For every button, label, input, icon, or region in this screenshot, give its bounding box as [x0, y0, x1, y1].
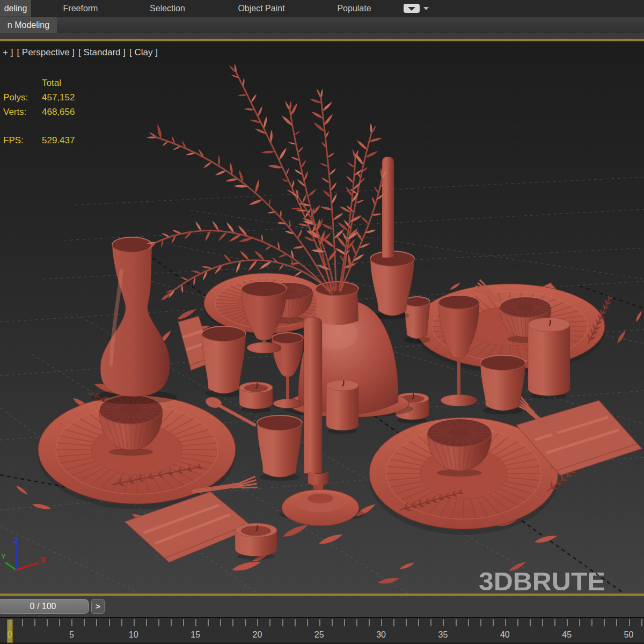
votive-cup[interactable] [370, 251, 414, 319]
fluted-bowl[interactable] [500, 297, 551, 343]
ruler-tick [381, 619, 382, 626]
fluted-bowl[interactable] [265, 282, 313, 324]
tab-selection[interactable]: Selection [141, 0, 194, 17]
ruler-tick [232, 619, 233, 626]
ruler-frame-label: 30 [370, 630, 392, 640]
ruler-tick [356, 619, 357, 626]
wine-glass[interactable] [241, 281, 287, 353]
votive-cup[interactable] [257, 415, 302, 481]
ruler-tick [493, 619, 494, 626]
dried-plant[interactable] [147, 63, 387, 298]
panel-tab-polygon-modeling[interactable]: n Modeling [0, 17, 57, 33]
ruler-tick [245, 619, 246, 626]
scattered-leaves[interactable] [15, 262, 643, 585]
stats-fps-label: FPS: [3, 133, 42, 148]
fork[interactable] [473, 280, 523, 319]
viewport-menu-shading[interactable]: [ Clay ] [129, 47, 158, 57]
tab-modeling[interactable]: deling [0, 0, 31, 17]
leaf-sprig[interactable] [546, 409, 579, 470]
ruler-frame-label: 35 [432, 630, 453, 640]
stats-polys-label: Polys: [3, 90, 42, 105]
ruler-tick [257, 619, 258, 626]
leaf-sprig[interactable] [398, 488, 465, 515]
fork[interactable] [193, 477, 258, 501]
track-bar-ruler[interactable]: 05101520253035404550 [0, 617, 644, 644]
dropdown-caret-icon[interactable] [423, 7, 429, 10]
ruler-frame-label: 15 [185, 630, 206, 640]
ruler-frame-label: 45 [556, 630, 577, 640]
ruler-tick [71, 619, 72, 626]
stats-fps-value: 529.437 [42, 133, 75, 148]
viewport-menu-general[interactable]: + ] [3, 47, 13, 57]
leaf-sprig[interactable] [111, 463, 203, 489]
fluted-bowl[interactable] [427, 419, 492, 477]
x-axis-line [16, 563, 39, 570]
votive-cup[interactable] [202, 326, 246, 397]
perspective-viewport[interactable]: 3DBRUTE [0, 41, 644, 594]
ruler-tick [171, 619, 172, 626]
ruler-tick [443, 619, 444, 626]
tab-freeform[interactable]: Freeform [54, 0, 107, 17]
ruler-tick [629, 619, 630, 626]
leaf-sprig[interactable] [544, 451, 600, 495]
ruler-tick [183, 619, 184, 626]
viewport-menu-pov[interactable]: [ Perspective ] [17, 47, 75, 57]
plate[interactable] [204, 273, 330, 336]
taper-candle[interactable] [382, 157, 394, 258]
ruler-tick [344, 619, 345, 626]
home-grid [0, 177, 644, 594]
ribbon-panel-row: n Modeling [0, 17, 644, 33]
napkin[interactable] [125, 492, 253, 562]
pillar-candle[interactable] [326, 380, 358, 434]
tealight-candle[interactable] [235, 523, 277, 560]
y-axis-line [5, 562, 16, 570]
ruler-tick [195, 619, 196, 626]
napkin[interactable] [178, 316, 214, 370]
ruler-tick [406, 619, 407, 626]
ruler-tick [22, 619, 23, 626]
ruler-tick [208, 619, 209, 626]
ruler-frame-label: 40 [494, 630, 516, 640]
ruler-tick [456, 619, 457, 626]
napkin[interactable] [469, 283, 572, 349]
carafe[interactable] [91, 237, 177, 404]
arrow-down-icon [408, 7, 415, 11]
ruler-tick [430, 619, 431, 626]
tab-populate[interactable]: Populate [327, 0, 381, 17]
plate[interactable] [415, 284, 605, 373]
fork[interactable] [511, 393, 565, 438]
tab-object-paint[interactable]: Object Paint [226, 0, 296, 17]
votive-cup[interactable] [480, 355, 525, 414]
wine-glass[interactable] [438, 295, 479, 406]
ruler-tick [146, 619, 147, 626]
ribbon-minimize-icon[interactable] [404, 4, 420, 13]
ruler-tick [517, 619, 518, 626]
tealight-candle[interactable] [239, 382, 273, 413]
candlestick-with-taper[interactable] [279, 317, 365, 526]
spoon[interactable] [203, 396, 259, 425]
napkin[interactable] [516, 400, 642, 475]
leaf-sprig[interactable] [86, 388, 161, 429]
next-frame-button[interactable]: > [91, 599, 105, 614]
fluted-bowl[interactable] [99, 395, 163, 456]
ruler-tick [84, 619, 85, 626]
ruler-tick [468, 619, 469, 626]
pillar-candle[interactable] [528, 318, 570, 399]
leaf-sprig[interactable] [583, 293, 618, 346]
timeline-controls: 0 / 100 > [0, 596, 644, 617]
viewport-menu-renderer[interactable]: [ Standard ] [78, 47, 126, 57]
dome-vase[interactable] [284, 282, 413, 418]
x-axis-label: X [41, 555, 46, 564]
tealight-candle[interactable] [396, 393, 429, 423]
time-slider[interactable]: 0 / 100 [0, 599, 89, 614]
plate[interactable] [369, 418, 558, 535]
ruler-tick [530, 619, 531, 626]
ruler-frame-label: 0 [0, 630, 20, 640]
ruler-tick [47, 619, 48, 626]
wine-glass[interactable] [272, 333, 303, 408]
votive-cup[interactable] [404, 297, 430, 343]
ruler-tick [369, 619, 370, 626]
ruler-tick [567, 619, 568, 626]
ruler-tick [641, 619, 642, 626]
plate[interactable] [38, 396, 236, 509]
